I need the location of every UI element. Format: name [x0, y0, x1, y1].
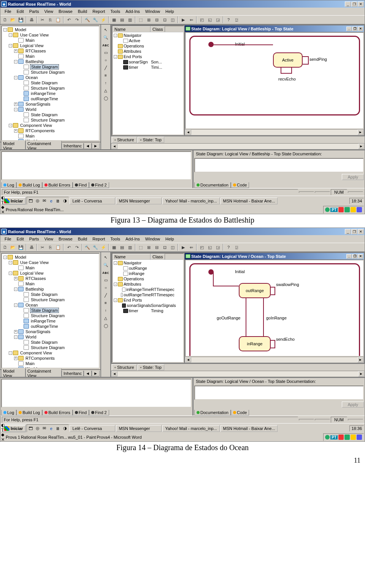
diagram-scrollbar[interactable]: ◄► [111, 143, 365, 149]
taskbar-task[interactable]: wu5_01 - Paint [68, 435, 96, 439]
tool-up[interactable]: ↑ [102, 307, 110, 314]
expand-icon[interactable] [14, 266, 17, 270]
tree-node[interactable]: -Use Case View [3, 32, 99, 38]
t5-button[interactable]: ◫ [169, 243, 176, 251]
cut-button[interactable]: ✂ [38, 243, 46, 251]
help-button[interactable]: ? [225, 243, 232, 251]
b2-button[interactable]: ◱ [206, 16, 214, 24]
scroll-left[interactable]: ◄ [185, 130, 191, 135]
diagram-tab[interactable]: ▫ Structure [112, 137, 137, 143]
browser-tab[interactable]: Model View [1, 368, 25, 377]
minimize-button[interactable]: _ [345, 2, 351, 7]
cut-button[interactable]: ✂ [38, 16, 46, 24]
grid2-button[interactable]: ▤ [118, 243, 126, 251]
tool-tri[interactable]: △ [102, 87, 110, 94]
scroll-track[interactable] [117, 144, 358, 149]
expand-icon[interactable]: - [14, 60, 17, 63]
tree-node[interactable]: +SonarSignals [3, 101, 99, 107]
expand-icon[interactable] [19, 341, 23, 344]
tree-node[interactable]: -Logical View [3, 43, 99, 48]
expand-icon[interactable] [114, 44, 117, 48]
log-tab[interactable]: Find [73, 410, 89, 416]
tool-zoom[interactable]: 🔍 [102, 34, 110, 41]
open-button[interactable]: 📂 [9, 16, 17, 24]
tool-line[interactable]: ╱ [102, 64, 110, 71]
column-header[interactable]: Name [113, 26, 151, 32]
scroll-track[interactable] [117, 371, 358, 376]
list-item[interactable]: inRange [113, 271, 183, 276]
log-tab[interactable]: Build Errors [42, 182, 72, 188]
quicklaunch-item[interactable]: ◎ [34, 425, 41, 432]
tray-icon[interactable] [338, 435, 344, 440]
tray-icon[interactable] [325, 435, 330, 439]
tree-node[interactable]: State Diagram [3, 340, 99, 345]
list-item[interactable]: timerTimi... [113, 65, 183, 70]
taskbar-task[interactable]: Prova [6, 207, 17, 212]
list-item[interactable]: Operations [113, 276, 183, 281]
expand-icon[interactable]: - [9, 351, 12, 355]
quicklaunch-item[interactable]: 🗔 [27, 425, 34, 432]
clock[interactable]: 18:36 [351, 426, 362, 431]
expand-icon[interactable] [19, 309, 23, 312]
expand-icon[interactable] [119, 66, 122, 69]
expand-icon[interactable]: - [3, 256, 7, 259]
tree-node[interactable]: State Diagram [3, 112, 99, 117]
whatsthis-button[interactable]: ⍰ [233, 16, 240, 24]
diagram-canvas[interactable]: InitialActivesendPingrecvEcho [185, 32, 364, 129]
expand-icon[interactable]: - [9, 44, 12, 47]
quicklaunch-item[interactable]: e [48, 198, 54, 204]
scroll-right[interactable]: ► [358, 144, 364, 149]
apply-button[interactable]: Apply [342, 174, 364, 180]
state-outrange[interactable]: outRange [239, 283, 271, 298]
taskbar-task[interactable]: MSN Hotmail - Baixar Ane... [221, 425, 278, 432]
t3-button[interactable]: ⊟ [153, 16, 160, 24]
tab-scroll-right[interactable]: ► [92, 371, 100, 376]
minimize-button[interactable]: _ [345, 229, 351, 234]
diagram-tab[interactable]: ▫ State: Top [138, 137, 164, 143]
expand-icon[interactable] [114, 277, 117, 281]
tool-rect[interactable]: ▭ [102, 277, 110, 283]
menu-parts[interactable]: Parts [27, 8, 42, 14]
menu-parts[interactable]: Parts [27, 236, 42, 242]
t4-button[interactable]: ⊡ [161, 243, 168, 251]
clock[interactable]: 18:34 [351, 199, 362, 203]
wrench-button[interactable]: 🔧 [92, 16, 99, 24]
diagram-tab[interactable]: ▫ Structure [112, 364, 137, 370]
tool-abc[interactable]: ᴀʙᴄ [102, 41, 110, 48]
canvas-scrollbar[interactable]: ◄► [185, 129, 364, 135]
tree-node[interactable]: State Diagram [3, 64, 99, 70]
expand-icon[interactable]: - [114, 261, 117, 265]
expand-icon[interactable] [19, 87, 23, 90]
language-indicator[interactable]: PT [330, 435, 338, 439]
list-item[interactable]: Attributes [113, 49, 183, 54]
menu-edit[interactable]: Edit [14, 8, 27, 14]
list-item[interactable]: sonarSignalsSonarSignals [113, 303, 183, 308]
expand-icon[interactable]: - [114, 299, 117, 302]
paste-button[interactable]: 📋 [54, 243, 62, 251]
tree-node[interactable]: +RTComponents [3, 356, 99, 361]
tree-node[interactable]: inRangeTime [3, 318, 99, 324]
browser-tab[interactable]: Model View [1, 141, 25, 150]
redo-button[interactable]: ↷ [73, 16, 81, 24]
scroll-right[interactable]: ► [357, 130, 363, 135]
taskbar-task[interactable]: Prova 1 [6, 435, 20, 439]
tree-node[interactable]: State Diagram [3, 308, 99, 313]
taskbar-task[interactable]: Rational Rose RealTim... [17, 207, 64, 212]
expand-icon[interactable] [14, 39, 17, 42]
tree-node[interactable]: -Component View [3, 350, 99, 356]
doc-tab[interactable]: Code [231, 410, 249, 416]
save-button[interactable]: 💾 [17, 16, 25, 24]
tool-zoom[interactable]: 🔍 [102, 261, 110, 268]
tree-node[interactable]: State Diagram [3, 80, 99, 85]
scroll-left[interactable]: ◄ [111, 371, 117, 376]
tree-node[interactable]: Structure Diagram [3, 313, 99, 318]
list-item[interactable]: -Navigator [113, 33, 183, 38]
list-item[interactable]: timerTiming [113, 308, 183, 313]
tree-node[interactable]: Main [3, 281, 99, 286]
tool-rect[interactable]: ▭ [102, 49, 110, 56]
browser-tab[interactable]: Inheritanc [62, 143, 84, 149]
expand-icon[interactable]: - [14, 335, 17, 339]
expand-icon[interactable] [14, 362, 17, 365]
tray-icon[interactable] [338, 207, 344, 212]
taskbar-task[interactable]: Rational Rose RealTim... [21, 435, 67, 439]
